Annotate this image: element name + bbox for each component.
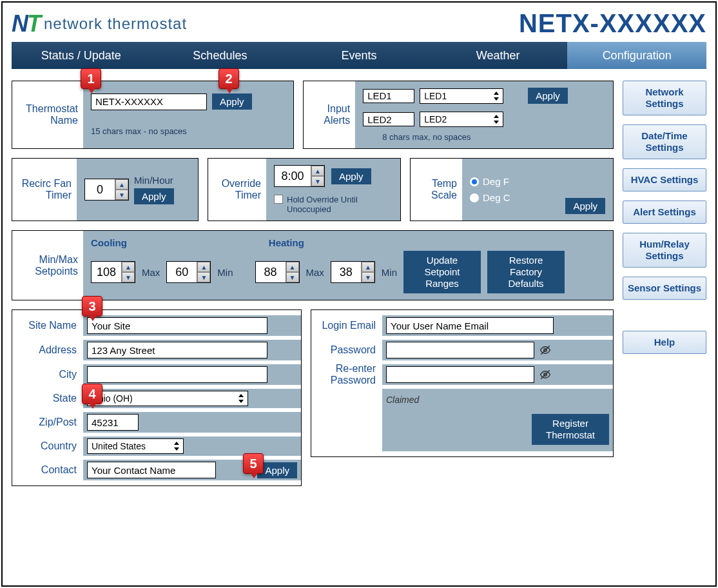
override-up[interactable]: ▲ (311, 166, 324, 176)
temp-scale-apply[interactable]: Apply (565, 198, 605, 214)
cool-min-spinner[interactable]: ▲▼ (166, 261, 211, 283)
override-value[interactable] (275, 166, 311, 186)
state-select[interactable]: Ohio (OH) (87, 391, 248, 406)
nav-schedules[interactable]: Schedules (151, 42, 290, 69)
led1-select[interactable]: LED1 (420, 88, 503, 104)
state-label: State (12, 389, 83, 407)
override-apply[interactable]: Apply (331, 168, 371, 184)
address-input[interactable] (87, 342, 267, 358)
up-icon[interactable]: ▲ (122, 262, 135, 272)
recirc-unit: Min/Hour (134, 175, 174, 186)
contact-input[interactable] (87, 462, 216, 478)
heat-min-spinner[interactable]: ▲▼ (331, 261, 375, 283)
recirc-spinner[interactable]: ▲▼ (84, 179, 129, 201)
sidebar-alert-settings[interactable]: Alert Settings (623, 201, 706, 224)
restore-defaults-button[interactable]: Restore Factory Defaults (487, 251, 565, 293)
thermostat-name-hint: 15 chars max - no spaces (91, 126, 286, 136)
up-icon[interactable]: ▲ (362, 262, 374, 272)
country-select[interactable]: United States (87, 438, 184, 454)
recirc-apply[interactable]: Apply (134, 188, 174, 204)
up-icon[interactable]: ▲ (197, 262, 210, 272)
down-icon[interactable]: ▼ (362, 272, 374, 282)
callout-3: 3 (82, 296, 102, 317)
site-name-input[interactable] (87, 317, 267, 334)
recirc-value[interactable] (85, 179, 115, 200)
heating-header: Heating (269, 237, 304, 248)
deg-f-radio[interactable]: Deg F (470, 176, 510, 187)
sidebar-network-settings[interactable]: Network Settings (623, 81, 706, 115)
sidebar-help[interactable]: Help (623, 331, 706, 354)
up-icon[interactable]: ▲ (286, 262, 299, 272)
heat-max-spinner[interactable]: ▲▼ (255, 261, 300, 283)
thermostat-name-apply[interactable]: Apply (212, 93, 252, 110)
thermostat-name-label: Thermostat Name (12, 81, 83, 148)
deg-c-label: Deg C (483, 192, 510, 203)
heat-min-value[interactable] (331, 262, 361, 282)
input-alerts-label: Input Alerts (304, 81, 355, 148)
login-email-label: Login Email (311, 317, 382, 335)
cool-min-label: Min (217, 267, 233, 278)
led2-select-value: LED2 (424, 114, 447, 124)
cooling-header: Cooling (91, 237, 127, 248)
led2-text[interactable] (363, 112, 414, 126)
device-title: NETX-XXXXXX (519, 9, 706, 38)
nav-status-update[interactable]: Status / Update (12, 42, 151, 69)
eye-off-icon[interactable] (538, 344, 552, 356)
hold-override-label: Hold Override Until Unoccupied (287, 195, 371, 214)
heat-max-value[interactable] (256, 262, 286, 282)
sidebar-sensor-settings[interactable]: Sensor Settings (623, 277, 706, 300)
register-thermostat-button[interactable]: Register Thermostat (532, 414, 609, 445)
temp-scale-label: Temp Scale (411, 159, 462, 220)
sidebar-datetime-settings[interactable]: Date/Time Settings (623, 124, 706, 159)
input-alerts-apply[interactable]: Apply (528, 88, 568, 104)
down-icon[interactable]: ▼ (286, 272, 299, 282)
callout-1: 1 (81, 68, 101, 89)
led1-text[interactable] (363, 89, 414, 103)
cool-max-value[interactable] (92, 262, 121, 282)
recirc-up[interactable]: ▲ (115, 179, 128, 190)
sidebar-hvac-settings[interactable]: HVAC Settings (623, 168, 706, 191)
city-input[interactable] (87, 366, 267, 383)
zip-label: Zip/Post (12, 413, 83, 431)
deg-f-label: Deg F (483, 176, 509, 187)
heat-min-label: Min (382, 267, 397, 278)
logo-t: T (27, 10, 40, 37)
down-icon[interactable]: ▼ (122, 272, 135, 282)
cool-max-spinner[interactable]: ▲▼ (91, 261, 135, 283)
led2-select[interactable]: LED2 (420, 112, 503, 127)
update-setpoints-button[interactable]: Update Setpoint Ranges (403, 251, 481, 293)
country-value: United States (92, 441, 146, 451)
reenter-password-label: Re-enter Password (311, 366, 382, 384)
cool-max-label: Max (142, 267, 160, 278)
eye-off-icon[interactable] (538, 369, 552, 380)
hold-override-checkbox[interactable] (274, 195, 283, 204)
password-label: Password (311, 341, 382, 359)
brand-text: network thermostat (44, 15, 187, 33)
sidebar-humrelay-settings[interactable]: Hum/Relay Settings (623, 233, 706, 268)
deg-c-radio[interactable]: Deg C (470, 192, 510, 203)
claimed-status: Claimed (386, 395, 419, 405)
address-label: Address (12, 341, 83, 359)
override-spinner[interactable]: ▲▼ (274, 165, 325, 187)
site-name-label: Site Name (12, 317, 83, 335)
login-email-input[interactable] (386, 317, 554, 334)
callout-2: 2 (218, 68, 239, 89)
nav-events[interactable]: Events (289, 42, 429, 69)
zip-input[interactable] (87, 414, 139, 431)
override-down[interactable]: ▼ (311, 176, 324, 186)
thermostat-name-input[interactable] (91, 93, 207, 110)
down-icon[interactable]: ▼ (197, 272, 210, 282)
password-input[interactable] (386, 342, 534, 358)
led1-select-value: LED1 (424, 91, 447, 101)
setpoints-label: Min/Max Setpoints (12, 231, 83, 300)
recirc-down[interactable]: ▼ (115, 190, 128, 200)
cool-min-value[interactable] (167, 262, 197, 282)
contact-label: Contact (12, 461, 83, 479)
logo-n: N (12, 10, 27, 37)
country-label: Country (12, 437, 83, 455)
nav-configuration[interactable]: Configuration (567, 42, 706, 69)
brand-logo: NT network thermostat (12, 10, 187, 37)
navbar: Status / Update Schedules Events Weather… (12, 42, 706, 69)
reenter-password-input[interactable] (386, 366, 534, 383)
nav-weather[interactable]: Weather (429, 42, 568, 69)
